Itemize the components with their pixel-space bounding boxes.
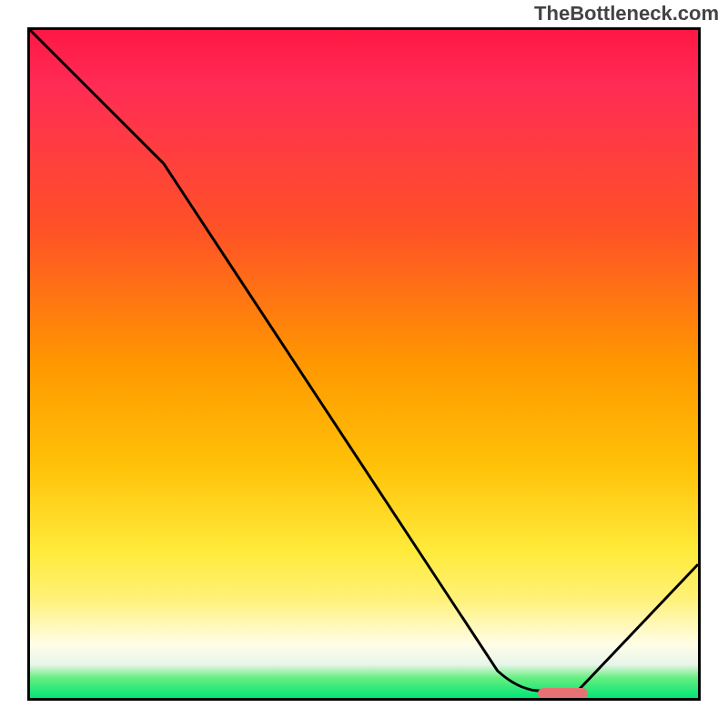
chart-plot-area (27, 27, 701, 701)
chart-curve-svg (30, 30, 698, 698)
optimal-marker (538, 688, 588, 699)
bottleneck-curve-path (30, 30, 698, 691)
watermark-text: TheBottleneck.com (534, 2, 719, 25)
